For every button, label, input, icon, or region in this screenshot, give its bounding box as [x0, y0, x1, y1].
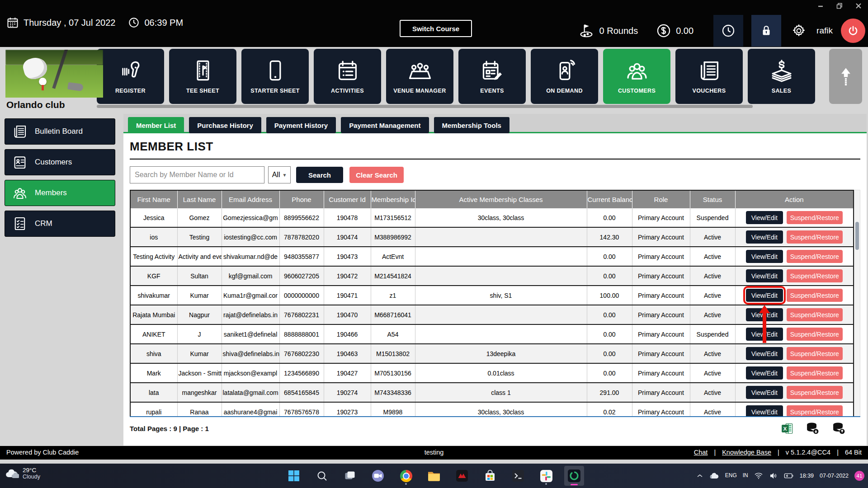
clock-tile-button[interactable]: [713, 15, 743, 47]
toolbar-tile-register[interactable]: REGISTER: [97, 49, 164, 104]
toolbar-tile-events[interactable]: EVENTS: [458, 49, 526, 104]
suspend-restore-button[interactable]: Suspend/Restore: [787, 328, 843, 341]
tray-chevron-up-icon[interactable]: [696, 473, 703, 479]
scrollbar-thumb[interactable]: [855, 222, 859, 250]
taskbar-microsoft-store-icon[interactable]: [480, 466, 500, 486]
tab-payment-management[interactable]: Payment Management: [341, 117, 429, 133]
sidebar-item-members[interactable]: Members: [5, 180, 115, 206]
taskbar-club-caddie-icon[interactable]: [564, 466, 584, 486]
chat-link[interactable]: Chat: [694, 449, 708, 456]
taskbar-clock[interactable]: 18:3907-07-2022: [800, 472, 849, 479]
view-edit-button[interactable]: View/Edit: [746, 347, 783, 360]
taskbar-slack-icon[interactable]: [536, 466, 556, 486]
sidebar-item-crm[interactable]: CRM: [5, 211, 115, 237]
wifi-icon[interactable]: [754, 472, 763, 479]
onedrive-cloud-icon[interactable]: [709, 472, 719, 479]
people-icon: [625, 59, 649, 82]
cell-classes: 30class, 30class: [415, 402, 587, 417]
toolbar-tile-on-demand[interactable]: ON DEMAND: [531, 49, 598, 104]
knowledge-base-link[interactable]: Knowledge Base: [722, 449, 771, 456]
clock-icon: [128, 17, 140, 28]
sidebar-item-customers[interactable]: Customers: [5, 149, 115, 175]
toolbar-tile-sales[interactable]: SALES: [748, 49, 815, 104]
table-vertical-scrollbar[interactable]: [854, 190, 860, 417]
view-edit-button[interactable]: View/Edit: [746, 289, 783, 302]
toolbar-tile-activities[interactable]: ACTIVITIES: [314, 49, 381, 104]
collapse-toolbar-button[interactable]: [829, 49, 862, 104]
power-button[interactable]: [841, 19, 865, 43]
view-edit-button[interactable]: View/Edit: [746, 269, 783, 282]
suspend-restore-button[interactable]: Suspend/Restore: [787, 386, 843, 399]
export-excel-icon[interactable]: X: [781, 422, 793, 435]
member-row: rupaliRanaaaashurane4@gmai76785765781902…: [130, 402, 854, 417]
cell-mid: M388986992: [371, 227, 415, 247]
restore-icon[interactable]: [836, 3, 843, 9]
id-card-icon: [12, 155, 28, 170]
filter-dropdown[interactable]: All▼: [268, 166, 291, 183]
search-button[interactable]: Search: [296, 167, 343, 183]
taskbar-task-view-icon[interactable]: [340, 466, 360, 486]
view-edit-button[interactable]: View/Edit: [746, 230, 783, 244]
cell-phone: 8899556622: [279, 208, 324, 227]
cash-balance: 0.00: [656, 23, 693, 38]
suspend-restore-button[interactable]: Suspend/Restore: [787, 405, 843, 417]
close-icon[interactable]: [855, 3, 862, 9]
cell-action: View/Edit Suspend/Restore: [735, 227, 854, 247]
suspend-restore-button[interactable]: Suspend/Restore: [787, 269, 843, 282]
view-edit-button[interactable]: View/Edit: [746, 211, 783, 224]
battery-icon[interactable]: [784, 473, 794, 479]
toolbar-tile-tee-sheet[interactable]: TEE SHEET: [169, 49, 236, 104]
minimize-icon[interactable]: [817, 3, 824, 9]
switch-course-button[interactable]: Switch Course: [400, 20, 472, 37]
taskbar-teams-icon[interactable]: [368, 466, 388, 486]
suspend-restore-button[interactable]: Suspend/Restore: [787, 347, 843, 360]
clear-search-button[interactable]: Clear Search: [349, 167, 404, 183]
taskbar-search-icon[interactable]: [312, 466, 332, 486]
toolbar-tile-starter-sheet[interactable]: STARTER SHEET: [241, 49, 309, 104]
toolbar-tile-customers[interactable]: CUSTOMERS: [603, 49, 670, 104]
tab-purchase-history[interactable]: Purchase History: [189, 117, 261, 133]
import-database-icon[interactable]: [806, 422, 820, 435]
view-edit-button[interactable]: View/Edit: [746, 405, 783, 417]
view-edit-button[interactable]: View/Edit: [746, 250, 783, 263]
member-row: Testing ActivityActivity and eveshivakum…: [130, 247, 854, 266]
cell-role: Primary Account: [632, 227, 690, 247]
logged-in-user[interactable]: rafik: [816, 26, 833, 36]
tab-payment-history[interactable]: Payment History: [266, 117, 336, 133]
toolbar-tile-vouchers[interactable]: VOUCHERS: [675, 49, 743, 104]
taskbar-file-explorer-icon[interactable]: [424, 466, 444, 486]
volume-icon[interactable]: [769, 472, 778, 479]
toolbar-scrollbar[interactable]: [97, 105, 753, 108]
suspend-restore-button[interactable]: Suspend/Restore: [787, 366, 843, 380]
view-edit-button[interactable]: View/Edit: [746, 308, 783, 321]
cell-role: Primary Account: [632, 208, 690, 227]
export-database-icon[interactable]: [832, 422, 846, 435]
taskbar-msi-center-icon[interactable]: [452, 466, 472, 486]
taskbar-chrome-icon[interactable]: [396, 466, 416, 486]
lock-button[interactable]: [751, 15, 781, 47]
notification-count-badge[interactable]: 41: [854, 471, 864, 481]
tab-member-list[interactable]: Member List: [128, 117, 184, 133]
search-input[interactable]: [130, 166, 264, 183]
column-header-first-name: First Name: [130, 190, 177, 208]
suspend-restore-button[interactable]: Suspend/Restore: [787, 211, 843, 224]
cell-first: lata: [130, 383, 177, 402]
suspend-restore-button[interactable]: Suspend/Restore: [787, 230, 843, 244]
taskbar-terminal-icon[interactable]: [508, 466, 528, 486]
cell-cid: 190472: [324, 266, 371, 286]
column-header-membership-id: Membership Id: [371, 190, 415, 208]
toolbar-tile-venue-manager[interactable]: VENUE MANAGER: [386, 49, 453, 104]
taskbar-windows-start-icon[interactable]: [284, 466, 304, 486]
view-edit-button[interactable]: View/Edit: [746, 366, 783, 380]
suspend-restore-button[interactable]: Suspend/Restore: [787, 250, 843, 263]
view-edit-button[interactable]: View/Edit: [746, 328, 783, 341]
suspend-restore-button[interactable]: Suspend/Restore: [787, 308, 843, 321]
view-edit-button[interactable]: View/Edit: [746, 386, 783, 399]
cell-role: Primary Account: [632, 363, 690, 383]
taskbar-weather-widget[interactable]: 29°C Cloudy: [5, 467, 40, 480]
language-indicator[interactable]: ENGIN: [725, 473, 748, 479]
tab-membership-tools[interactable]: Membership Tools: [434, 117, 509, 133]
settings-gear-icon[interactable]: [789, 23, 808, 38]
sidebar-item-bulletin-board[interactable]: Bulletin Board: [5, 118, 115, 145]
suspend-restore-button[interactable]: Suspend/Restore: [787, 289, 843, 302]
